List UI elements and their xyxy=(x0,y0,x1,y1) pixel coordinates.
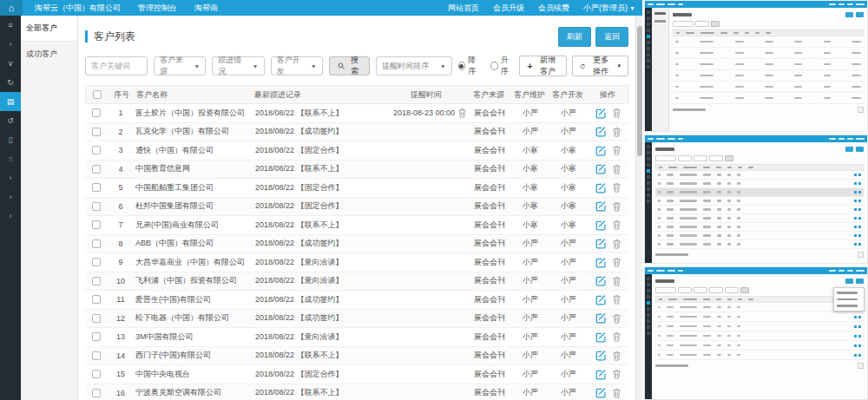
mini-edit-icon[interactable] xyxy=(854,200,857,202)
edit-icon[interactable] xyxy=(595,294,607,305)
mini-delete-icon[interactable] xyxy=(858,200,861,202)
mini-delete-icon[interactable] xyxy=(858,316,861,318)
chevron-down-icon-2[interactable]: ∨ xyxy=(0,54,21,73)
company-name[interactable]: 淘帮云（中国）有限公司 xyxy=(35,3,121,14)
row-checkbox[interactable] xyxy=(92,277,101,285)
delete-icon[interactable] xyxy=(612,145,621,155)
row-checkbox[interactable] xyxy=(92,220,101,229)
mini-delete-icon[interactable] xyxy=(858,208,861,211)
delete-icon[interactable] xyxy=(612,369,621,379)
mini-edit-icon[interactable] xyxy=(854,226,857,228)
edit-icon[interactable] xyxy=(595,369,607,380)
develop-select[interactable]: 客户开发▼ xyxy=(271,56,323,75)
mini-edit-icon[interactable] xyxy=(854,325,857,328)
sign-in-icon[interactable]: ↻ xyxy=(0,73,21,92)
mini-input[interactable] xyxy=(655,287,676,293)
edit-icon[interactable] xyxy=(595,312,607,324)
mini-button[interactable] xyxy=(856,12,864,17)
mini-delete-icon[interactable] xyxy=(858,234,861,237)
edit-icon[interactable] xyxy=(595,220,607,231)
desc-radio[interactable]: 降序 xyxy=(458,55,481,77)
mini-edit-icon[interactable] xyxy=(854,354,857,357)
row-checkbox[interactable] xyxy=(92,314,101,323)
user-dropdown[interactable]: 小严(管理员)▼ xyxy=(583,3,635,14)
vertical-scrollbar-thumb[interactable] xyxy=(637,26,642,156)
edit-icon[interactable] xyxy=(595,387,607,398)
search-button[interactable]: 搜索 xyxy=(329,56,370,75)
row-checkbox[interactable] xyxy=(92,108,101,117)
mini-edit-icon[interactable] xyxy=(854,217,857,220)
mini-delete-icon[interactable] xyxy=(858,325,861,328)
row-checkbox[interactable] xyxy=(92,146,101,154)
mini-search-button[interactable] xyxy=(711,21,720,27)
mini-delete-icon[interactable] xyxy=(858,335,861,338)
mini-button[interactable] xyxy=(845,147,853,152)
chevron-right-icon-4[interactable]: › xyxy=(0,187,21,207)
mini-select[interactable] xyxy=(678,155,692,161)
trash-icon[interactable]: ▯ xyxy=(0,130,21,149)
mini-edit-icon[interactable] xyxy=(854,335,857,338)
customer-list-icon[interactable]: ▤ xyxy=(0,92,21,111)
row-checkbox[interactable] xyxy=(92,239,101,248)
edit-icon[interactable] xyxy=(595,145,607,156)
mini-edit-icon[interactable] xyxy=(854,191,857,193)
mini-select[interactable] xyxy=(695,21,709,27)
delete-icon[interactable] xyxy=(612,108,621,118)
keyword-input[interactable] xyxy=(85,56,148,75)
mini-input[interactable] xyxy=(655,155,676,161)
delete-icon[interactable] xyxy=(612,182,621,193)
row-checkbox[interactable] xyxy=(92,202,101,211)
asc-radio[interactable]: 升序 xyxy=(490,55,513,77)
member-renew-link[interactable]: 会员续费 xyxy=(538,3,569,14)
mini-delete-icon[interactable] xyxy=(858,226,861,228)
mini-edit-icon[interactable] xyxy=(854,208,857,211)
chevron-right-icon-3[interactable]: › xyxy=(0,168,21,187)
delete-icon[interactable] xyxy=(612,351,621,361)
more-operations-button[interactable]: 更多操作▾ xyxy=(572,56,628,76)
mini-dropdown-menu[interactable] xyxy=(833,287,865,311)
home-icon[interactable]: ⌂ xyxy=(0,0,23,16)
sign-out-icon[interactable]: ↺ xyxy=(0,111,21,130)
row-checkbox[interactable] xyxy=(92,389,101,397)
mini-delete-icon[interactable] xyxy=(858,217,861,220)
edit-icon[interactable] xyxy=(595,350,607,361)
remind-delete-icon[interactable] xyxy=(457,108,467,118)
row-checkbox[interactable] xyxy=(92,165,101,174)
select-all-checkbox[interactable] xyxy=(93,90,102,99)
shop-link[interactable]: 淘帮商 xyxy=(194,3,218,14)
mini-button[interactable] xyxy=(845,12,853,17)
delete-icon[interactable] xyxy=(612,294,621,305)
remind-sort-select[interactable]: 提醒时间排序▼ xyxy=(376,56,452,75)
mini-button[interactable] xyxy=(845,279,853,284)
mini-scroll-box[interactable] xyxy=(858,363,864,369)
mini-scroll-box[interactable] xyxy=(858,107,864,113)
edit-icon[interactable] xyxy=(595,200,607,212)
row-checkbox[interactable] xyxy=(92,351,101,360)
row-checkbox[interactable] xyxy=(92,183,101,192)
mini-scroll-box[interactable] xyxy=(858,252,864,258)
edit-icon[interactable] xyxy=(595,331,607,343)
vertical-scrollbar[interactable] xyxy=(635,16,642,400)
mini-delete-icon[interactable] xyxy=(858,191,861,193)
mini-edit-icon[interactable] xyxy=(854,234,857,237)
preview-screenshot-1[interactable] xyxy=(644,0,868,132)
delete-icon[interactable] xyxy=(612,388,621,398)
delete-icon[interactable] xyxy=(612,164,621,174)
mini-edit-icon[interactable] xyxy=(854,174,857,176)
delete-icon[interactable] xyxy=(612,257,621,267)
row-checkbox[interactable] xyxy=(92,370,101,378)
mini-search-button[interactable] xyxy=(725,155,733,161)
mini-select[interactable] xyxy=(709,287,723,293)
row-checkbox[interactable] xyxy=(92,295,101,304)
edit-icon[interactable] xyxy=(595,182,607,193)
delete-icon[interactable] xyxy=(612,313,621,324)
edit-icon[interactable] xyxy=(595,238,607,249)
chevron-right-icon-5[interactable]: › xyxy=(0,207,21,226)
console-link[interactable]: 管理控制台 xyxy=(138,3,177,14)
mini-select[interactable] xyxy=(678,287,692,293)
mini-button[interactable] xyxy=(856,279,864,284)
delete-icon[interactable] xyxy=(612,276,621,286)
row-checkbox[interactable] xyxy=(92,332,101,341)
delete-icon[interactable] xyxy=(612,331,621,342)
delete-icon[interactable] xyxy=(612,220,621,230)
